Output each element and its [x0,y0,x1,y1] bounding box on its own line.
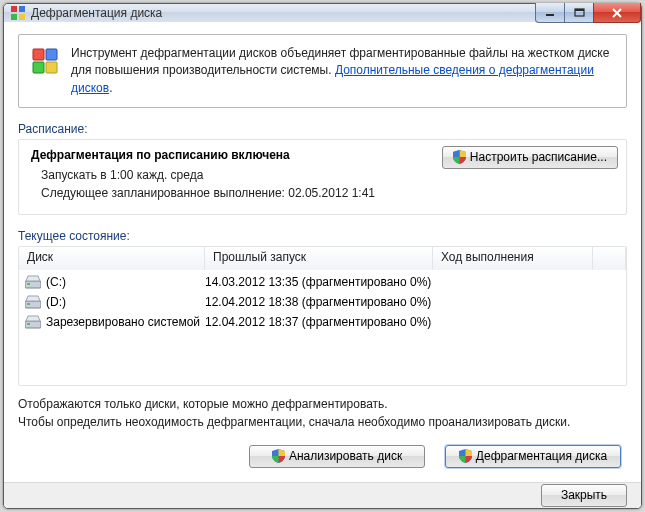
table-body: (C:) 14.03.2012 13:35 (фрагментировано 0… [19,270,626,334]
table-row[interactable]: Зарезервировано системой 12.04.2012 18:3… [19,312,626,332]
disk-name: (C:) [46,275,66,289]
bottom-bar: Закрыть [4,482,641,508]
minimize-button[interactable] [535,3,565,23]
schedule-label: Расписание: [18,122,627,136]
disk-last: 12.04.2012 18:37 (фрагментировано 0%) [205,315,433,329]
table-row[interactable]: (C:) 14.03.2012 13:35 (фрагментировано 0… [19,272,626,292]
analyze-label: Анализировать диск [289,449,402,463]
window: Дефрагментация диска [3,3,642,509]
configure-schedule-label: Настроить расписание... [470,150,607,164]
svg-rect-2 [11,14,17,20]
titlebar[interactable]: Дефрагментация диска [4,4,641,22]
hdd-icon [25,275,41,289]
disk-table: Диск Прошлый запуск Ход выполнения (C:) … [18,246,627,386]
svg-rect-8 [46,49,57,60]
client-area: Инструмент дефрагментации дисков объедин… [4,22,641,482]
svg-rect-16 [27,323,30,325]
svg-rect-4 [546,14,554,16]
hdd-icon [25,295,41,309]
col-progress[interactable]: Ход выполнения [433,247,593,270]
info-suffix: . [109,81,112,95]
col-disk[interactable]: Диск [19,247,205,270]
maximize-button[interactable] [564,3,594,23]
uac-shield-icon [272,449,285,463]
uac-shield-icon [459,449,472,463]
disk-last: 14.03.2012 13:35 (фрагментировано 0%) [205,275,433,289]
svg-rect-0 [11,6,17,12]
svg-rect-7 [33,49,44,60]
svg-rect-1 [19,6,25,12]
current-state-label: Текущее состояние: [18,229,627,243]
table-header: Диск Прошлый запуск Ход выполнения [19,247,626,270]
hint-line2: Чтобы определить неоходимость дефрагмент… [18,414,627,431]
close-label: Закрыть [561,488,607,502]
analyze-button[interactable]: Анализировать диск [249,445,425,468]
defrag-icon [29,45,61,97]
defragment-button[interactable]: Дефрагментация диска [445,445,621,468]
window-controls [536,3,641,23]
configure-schedule-button[interactable]: Настроить расписание... [442,146,618,169]
schedule-next-run: Следующее запланированное выполнение: 02… [31,186,616,200]
hdd-icon [25,315,41,329]
schedule-run-at: Запускать в 1:00 кажд. среда [31,168,616,182]
svg-rect-9 [33,62,44,73]
close-button[interactable] [593,3,641,23]
close-dialog-button[interactable]: Закрыть [541,484,627,507]
disk-name: (D:) [46,295,66,309]
hint-line1: Отображаются только диски, которые можно… [18,396,627,413]
svg-rect-6 [575,9,584,11]
col-spacer [593,247,626,270]
uac-shield-icon [453,150,466,164]
action-buttons: Анализировать диск Дефрагментация диска [18,445,627,468]
col-lastrun[interactable]: Прошлый запуск [205,247,433,270]
defragment-label: Дефрагментация диска [476,449,607,463]
svg-rect-12 [27,283,30,285]
hint-text: Отображаются только диски, которые можно… [18,396,627,431]
svg-rect-3 [19,14,25,20]
app-icon [10,5,26,21]
info-panel: Инструмент дефрагментации дисков объедин… [18,34,627,108]
disk-name: Зарезервировано системой [46,315,200,329]
schedule-panel: Дефрагментация по расписанию включена За… [18,139,627,215]
window-title: Дефрагментация диска [31,6,162,20]
info-text: Инструмент дефрагментации дисков объедин… [71,45,616,97]
disk-last: 12.04.2012 18:38 (фрагментировано 0%) [205,295,433,309]
svg-rect-14 [27,303,30,305]
svg-rect-10 [46,62,57,73]
table-row[interactable]: (D:) 12.04.2012 18:38 (фрагментировано 0… [19,292,626,312]
